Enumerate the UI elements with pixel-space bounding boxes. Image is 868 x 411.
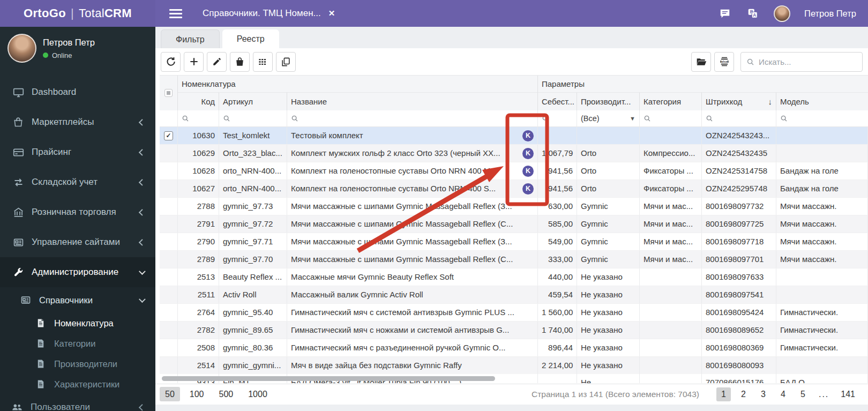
table-row[interactable]: 2790gymnic_97.71Мячи массажные с шипами … xyxy=(160,233,868,251)
open-document-tab[interactable]: Справочники. ТМЦ Номен... ✕ xyxy=(203,8,335,19)
tab-registry[interactable]: Реестр xyxy=(222,29,279,48)
table-row[interactable]: ✓10630Test_komlektТестовый комплектKOZN2… xyxy=(160,127,868,145)
horizontal-scrollbar-thumb[interactable] xyxy=(162,376,495,381)
topbar-avatar[interactable] xyxy=(774,5,790,22)
copy-button[interactable] xyxy=(276,52,296,72)
row-checkbox-cell[interactable] xyxy=(160,357,178,374)
row-checkbox-cell[interactable] xyxy=(160,180,178,197)
cell-barcode: 8001698097732 xyxy=(702,198,776,215)
filter-name[interactable] xyxy=(287,110,538,126)
cell-name: Комплект на голеностопные суставы Orto N… xyxy=(287,162,538,180)
sidebar-item-categories[interactable]: Категории xyxy=(0,333,155,354)
page-size-button[interactable]: 50 xyxy=(160,387,180,401)
row-checkbox-cell[interactable] xyxy=(160,145,178,162)
table-row[interactable]: 2788gymnic_97.73Мячи массажные с шипами … xyxy=(160,198,868,215)
row-checkbox-cell[interactable] xyxy=(160,286,178,303)
column-header-code[interactable]: Код xyxy=(178,93,219,110)
table-row[interactable]: 2764gymnic_95.40Гимнастический мяч с сис… xyxy=(160,304,868,322)
global-search[interactable] xyxy=(740,52,863,72)
search-input[interactable] xyxy=(759,57,857,66)
close-icon[interactable]: ✕ xyxy=(328,9,335,18)
export-xlsx-button[interactable]: xlsx xyxy=(714,52,734,72)
sidebar-item-characteristics[interactable]: Характеристики xyxy=(0,374,155,394)
table-row[interactable]: 2782gymnic_89.65Гимнастический мяч с нож… xyxy=(160,322,868,339)
sidebar-item-directories[interactable]: Справочники xyxy=(0,287,155,313)
page-button[interactable]: ... xyxy=(815,387,832,401)
page-button[interactable]: 141 xyxy=(837,387,858,401)
page-button[interactable]: 1 xyxy=(716,387,731,401)
row-checkbox-cell[interactable] xyxy=(160,198,178,215)
name-text: Массажные мячи Gymnic Beauty Reflex Soft xyxy=(291,268,534,286)
sidebar-item-dashboard[interactable]: Dashboard xyxy=(0,77,155,107)
filter-category[interactable] xyxy=(640,110,702,126)
column-header-manufacturer[interactable]: Производит... xyxy=(577,93,640,110)
filter-code[interactable] xyxy=(178,110,219,126)
sidebar-item-pricing[interactable]: Прайсинг xyxy=(0,137,155,167)
column-header-name[interactable]: Название xyxy=(287,93,538,110)
sidebar-item-nomenclature[interactable]: Номенклатура xyxy=(0,313,155,333)
table-row[interactable]: 2791gymnic_97.72Мячи массажные с шипами … xyxy=(160,215,868,233)
wrench-icon xyxy=(12,267,25,278)
sidebar-item-manufacturers[interactable]: Производители xyxy=(0,354,155,374)
sidebar-item-label: Управление сайтами xyxy=(32,237,120,248)
sidebar-item-marketplaces[interactable]: Маркетплейсы xyxy=(0,107,155,137)
folder-open-button[interactable] xyxy=(691,52,711,72)
translate-icon[interactable]: ЯA xyxy=(746,6,760,20)
sidebar-item-retail[interactable]: Розничная торговля xyxy=(0,197,155,227)
filter-cost[interactable] xyxy=(538,110,577,126)
cell-code: 10630 xyxy=(178,127,219,144)
page-button[interactable]: 5 xyxy=(796,387,810,401)
column-header-barcode[interactable]: Штрихкод↓ xyxy=(702,93,776,110)
page-button[interactable]: 3 xyxy=(756,387,770,401)
hamburger-menu-icon[interactable] xyxy=(169,7,182,20)
sidebar-item-warehouse[interactable]: Складской учет xyxy=(0,167,155,197)
table-row[interactable]: 10629Orto_323_blac...Комплект мужских го… xyxy=(160,145,868,162)
column-header-category[interactable]: Категория xyxy=(640,93,702,110)
table-row[interactable]: 2789gymnic_97.70Мячи массажные с шипами … xyxy=(160,251,868,268)
sidebar-item-sites[interactable]: Управление сайтами xyxy=(0,227,155,257)
table-row[interactable]: 10627orto_NRN-400...Комплект на голеност… xyxy=(160,180,868,198)
grid-button[interactable] xyxy=(253,52,273,72)
page-button[interactable]: 2 xyxy=(736,387,751,401)
row-checkbox-cell[interactable] xyxy=(160,162,178,180)
table-row[interactable]: 10628orto_NRN-400...Комплект на голеност… xyxy=(160,162,868,180)
column-header-model[interactable]: Модель xyxy=(776,93,868,110)
row-checkbox-cell[interactable]: ✓ xyxy=(160,127,178,144)
tab-filter[interactable]: Фильтр xyxy=(161,29,220,48)
row-checkbox-cell[interactable] xyxy=(160,268,178,286)
sidebar-item-administration[interactable]: Администрирование xyxy=(0,257,155,287)
topbar-user-name[interactable]: Петров Петр xyxy=(804,9,856,19)
cell-cost: 941,56 xyxy=(538,180,577,197)
row-checkbox-cell[interactable] xyxy=(160,304,178,321)
cell-name: Гимнастический мяч с ножками и системой … xyxy=(287,322,538,339)
refresh-button[interactable] xyxy=(161,52,181,72)
sidebar-item-users[interactable]: Пользователи xyxy=(0,394,155,411)
page-size-button[interactable]: 1000 xyxy=(243,387,273,401)
row-checkbox-cell[interactable] xyxy=(160,251,178,268)
chat-icon[interactable] xyxy=(718,6,732,20)
filter-manufacturer-dropdown[interactable]: (Все)▼ xyxy=(577,110,640,126)
row-checkbox-cell[interactable] xyxy=(160,322,178,339)
checkbox-checked-icon[interactable]: ✓ xyxy=(164,131,173,140)
page-button[interactable]: 4 xyxy=(776,387,790,401)
filter-barcode[interactable] xyxy=(702,110,776,126)
select-all-checkbox[interactable] xyxy=(160,76,178,110)
marketplace-card-button[interactable] xyxy=(230,52,250,72)
table-row[interactable]: 2511Activ RollМассажный валик Gymnic Act… xyxy=(160,286,868,304)
row-checkbox-cell[interactable] xyxy=(160,339,178,356)
row-checkbox-cell[interactable] xyxy=(160,233,178,250)
page-size-button[interactable]: 100 xyxy=(184,387,209,401)
add-button[interactable] xyxy=(184,52,204,72)
table-row[interactable]: 2513Beauty Reflex ...Массажные мячи Gymn… xyxy=(160,268,868,286)
row-checkbox-cell[interactable] xyxy=(160,215,178,233)
sidebar-avatar[interactable] xyxy=(8,34,36,63)
page-size-button[interactable]: 500 xyxy=(214,387,239,401)
filter-article[interactable] xyxy=(219,110,287,126)
edit-button[interactable] xyxy=(207,52,227,72)
column-header-article[interactable]: Артикул xyxy=(219,93,287,110)
table-row[interactable]: 2508gymnic_80.36Гимнастический мяч с раз… xyxy=(160,339,868,357)
column-header-cost[interactable]: Себест... xyxy=(538,93,577,110)
filter-model[interactable] xyxy=(776,110,868,126)
table-row[interactable]: 2514gymnic_gymni...Мяч в виде зайца без … xyxy=(160,357,868,375)
cell-category: Фиксаторы ... xyxy=(640,162,702,180)
